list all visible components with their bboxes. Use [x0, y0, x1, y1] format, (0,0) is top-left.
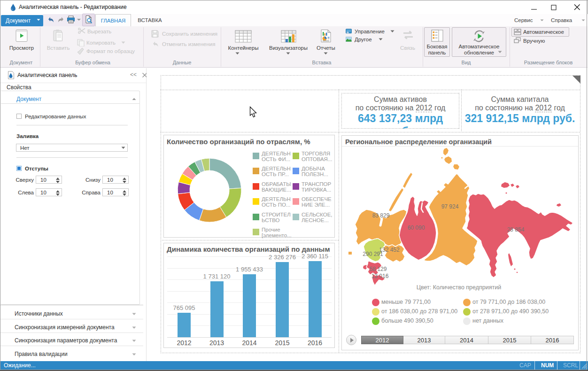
- svg-text:OK: OK: [347, 31, 349, 33]
